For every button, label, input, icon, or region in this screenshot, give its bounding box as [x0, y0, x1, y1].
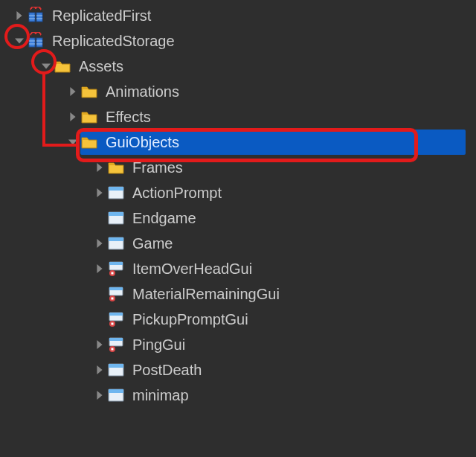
svg-rect-25: [112, 298, 114, 300]
expand-arrow-right-icon[interactable]: [94, 389, 106, 401]
svg-rect-29: [112, 323, 114, 325]
billboard-icon: [107, 336, 125, 354]
tree-item-label: minimap: [132, 387, 189, 404]
billboard-icon: [107, 285, 125, 303]
expand-arrow-right-icon[interactable]: [94, 263, 106, 275]
svg-rect-6: [29, 38, 35, 47]
tree-item-label: Endgame: [132, 210, 196, 227]
tree-row[interactable]: Animations: [0, 79, 476, 104]
expand-arrow-right-icon[interactable]: [94, 187, 106, 199]
folder-icon: [107, 159, 125, 176]
svg-rect-21: [112, 272, 114, 275]
tree-item-label: ActionPrompt: [132, 185, 222, 202]
tree-row[interactable]: GuiObjects: [0, 130, 476, 155]
screengui-icon: [107, 386, 125, 404]
screengui-icon: [107, 209, 125, 227]
screengui-icon: [107, 361, 125, 379]
svg-rect-23: [109, 287, 123, 290]
tree-row[interactable]: minimap: [0, 383, 476, 408]
folder-icon: [54, 57, 71, 75]
tree-row[interactable]: Frames: [0, 155, 476, 180]
svg-rect-19: [109, 262, 123, 265]
screengui-icon: [107, 234, 125, 252]
folder-icon: [80, 133, 98, 151]
tree-item-label: ReplicatedFirst: [52, 7, 151, 25]
svg-rect-1: [36, 13, 42, 22]
tree-row[interactable]: Assets: [0, 54, 476, 79]
tree-row[interactable]: ItemOverHeadGui: [0, 256, 476, 281]
screengui-icon: [107, 184, 125, 202]
svg-rect-15: [109, 212, 123, 216]
tree-item-label: PingGui: [132, 336, 185, 354]
tree-item-label: Effects: [106, 109, 151, 126]
svg-rect-17: [109, 237, 123, 241]
tree-item-label: MaterialRemainingGui: [132, 286, 280, 303]
tree-row[interactable]: ReplicatedStorage: [0, 28, 476, 54]
tree-item-label: ItemOverHeadGui: [132, 261, 252, 278]
svg-rect-0: [29, 13, 35, 22]
svg-rect-33: [112, 348, 114, 351]
tree-row[interactable]: Effects: [0, 104, 476, 130]
tree-row[interactable]: PostDeath: [0, 357, 476, 383]
expand-arrow-right-icon[interactable]: [67, 86, 79, 98]
tree-row[interactable]: MaterialRemainingGui: [0, 281, 476, 307]
tree-row[interactable]: ReplicatedFirst: [0, 3, 476, 28]
expand-arrow-right-icon[interactable]: [13, 10, 25, 22]
expand-arrow-down-icon[interactable]: [67, 136, 79, 148]
expand-arrow-down-icon[interactable]: [13, 35, 25, 47]
tree-item-label: ReplicatedStorage: [52, 33, 175, 50]
tree-row[interactable]: Endgame: [0, 205, 476, 231]
tree-item-label: Animations: [106, 83, 179, 100]
expand-arrow-right-icon[interactable]: [94, 237, 106, 249]
tree-item-label: Game: [132, 235, 173, 252]
expand-arrow-right-icon[interactable]: [94, 162, 106, 173]
tree-item-label: Frames: [132, 159, 183, 176]
billboard-icon: [107, 260, 125, 278]
svg-rect-31: [109, 338, 123, 341]
expand-arrow-right-icon[interactable]: [94, 364, 106, 376]
billboard-icon: [107, 310, 125, 328]
replicated-icon: [27, 32, 45, 50]
explorer-tree: ReplicatedFirstReplicatedStorageAssetsAn…: [0, 0, 476, 408]
expand-arrow-right-icon[interactable]: [94, 339, 106, 351]
svg-rect-13: [109, 187, 123, 191]
svg-rect-27: [109, 313, 123, 316]
tree-row[interactable]: ActionPrompt: [0, 180, 476, 205]
svg-rect-35: [109, 364, 123, 368]
svg-rect-37: [109, 389, 123, 393]
tree-row[interactable]: Game: [0, 231, 476, 256]
tree-item-label: PostDeath: [132, 362, 202, 379]
tree-item-label: Assets: [79, 58, 123, 75]
svg-rect-7: [36, 38, 42, 47]
expand-arrow-right-icon[interactable]: [67, 111, 79, 123]
tree-row[interactable]: PickupPromptGui: [0, 307, 476, 332]
tree-row[interactable]: PingGui: [0, 332, 476, 357]
expand-arrow-down-icon[interactable]: [40, 60, 52, 72]
folder-icon: [80, 83, 98, 100]
tree-item-label: GuiObjects: [106, 134, 179, 151]
replicated-icon: [27, 7, 45, 25]
tree-item-label: PickupPromptGui: [132, 311, 248, 328]
folder-icon: [80, 108, 98, 126]
